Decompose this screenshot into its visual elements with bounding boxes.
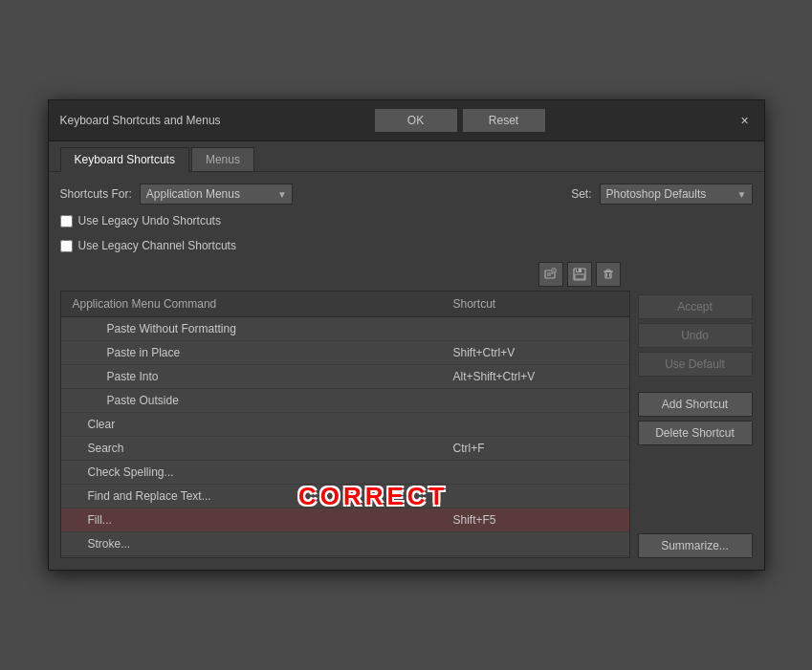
col-command: Application Menu Command bbox=[69, 295, 450, 313]
table-row[interactable]: Search Ctrl+F bbox=[61, 437, 629, 461]
set-label: Set: bbox=[571, 187, 591, 201]
accept-button[interactable]: Accept bbox=[638, 294, 753, 319]
shortcut-find-replace bbox=[450, 487, 622, 505]
summarize-button[interactable]: Summarize... bbox=[638, 533, 753, 558]
cmd-paste-without-formatting: Paste Without Formatting bbox=[69, 320, 450, 337]
add-shortcut-button[interactable]: Add Shortcut bbox=[638, 392, 753, 417]
delete-shortcut-button[interactable]: Delete Shortcut bbox=[638, 421, 753, 445]
table-row[interactable]: Paste Without Formatting bbox=[61, 317, 629, 341]
shortcuts-table: Application Menu Command Shortcut Paste … bbox=[60, 291, 630, 558]
close-button[interactable]: × bbox=[737, 113, 753, 128]
shortcut-stroke bbox=[450, 535, 622, 552]
shortcut-paste-into: Alt+Shift+Ctrl+V bbox=[450, 368, 622, 385]
cmd-clear: Clear bbox=[69, 416, 450, 433]
cmd-find-replace: Find and Replace Text... bbox=[69, 487, 450, 505]
set-select[interactable]: Photoshop Defaults Custom bbox=[600, 184, 753, 205]
svg-rect-9 bbox=[575, 274, 584, 279]
svg-rect-7 bbox=[576, 269, 582, 272]
dialog-title: Keyboard Shortcuts and Menus bbox=[60, 114, 221, 127]
cmd-stroke: Stroke... bbox=[69, 535, 450, 552]
svg-rect-14 bbox=[606, 270, 610, 271]
legacy-undo-checkbox[interactable] bbox=[60, 215, 73, 227]
shortcuts-for-label: Shortcuts For: bbox=[60, 187, 132, 201]
legacy-channel-checkbox[interactable] bbox=[60, 240, 73, 252]
shortcuts-for-select[interactable]: Application Menus Panel Menus Tools bbox=[140, 184, 293, 205]
title-bar: Keyboard Shortcuts and Menus OK Reset × bbox=[49, 100, 764, 141]
undo-button[interactable]: Undo bbox=[638, 323, 753, 348]
shortcut-paste-in-place: Shift+Ctrl+V bbox=[450, 344, 622, 361]
ok-button[interactable]: OK bbox=[374, 108, 458, 133]
svg-rect-11 bbox=[605, 271, 611, 278]
delete-set-icon-btn[interactable] bbox=[596, 262, 621, 287]
table-row[interactable]: Find and Replace Text... CORRECT bbox=[61, 485, 629, 508]
main-content: Shortcuts For: Application Menus Panel M… bbox=[49, 172, 764, 570]
shortcut-check-spelling bbox=[450, 464, 622, 481]
table-header: Application Menu Command Shortcut bbox=[61, 292, 629, 317]
svg-rect-8 bbox=[577, 269, 579, 271]
shortcut-clear bbox=[450, 416, 622, 433]
shortcut-search: Ctrl+F bbox=[450, 440, 622, 457]
table-row[interactable]: Paste in Place Shift+Ctrl+V bbox=[61, 341, 629, 365]
right-panel: Accept Undo Use Default Add Shortcut Del… bbox=[638, 262, 753, 558]
legacy-channel-row: Use Legacy Channel Shortcuts bbox=[60, 237, 753, 254]
main-dialog: Keyboard Shortcuts and Menus OK Reset × … bbox=[48, 99, 765, 571]
col-shortcut: Shortcut bbox=[450, 295, 622, 313]
use-default-button[interactable]: Use Default bbox=[638, 352, 753, 377]
shortcut-paste-outside bbox=[450, 392, 622, 409]
cmd-paste-in-place: Paste in Place bbox=[69, 344, 450, 361]
shortcut-fill: Shift+F5 bbox=[450, 511, 622, 529]
save-set-icon-btn[interactable] bbox=[567, 262, 592, 287]
tab-bar: Keyboard Shortcuts Menus bbox=[49, 141, 764, 172]
cmd-check-spelling: Check Spelling... bbox=[69, 464, 450, 481]
cmd-fill: Fill... bbox=[69, 511, 450, 529]
table-row[interactable]: Check Spelling... bbox=[61, 461, 629, 485]
legacy-undo-row: Use Legacy Undo Shortcuts bbox=[60, 212, 753, 229]
cmd-paste-into: Paste Into bbox=[69, 368, 450, 385]
cmd-paste-outside: Paste Outside bbox=[69, 392, 450, 409]
table-row[interactable]: Paste Outside bbox=[61, 389, 629, 413]
table-row-fill[interactable]: Fill... Shift+F5 bbox=[61, 508, 629, 532]
tab-menus[interactable]: Menus bbox=[191, 147, 254, 171]
new-set-icon-btn[interactable] bbox=[538, 262, 563, 287]
shortcuts-for-dropdown-wrapper: Application Menus Panel Menus Tools ▼ bbox=[140, 184, 293, 205]
legacy-channel-label: Use Legacy Channel Shortcuts bbox=[78, 239, 236, 252]
set-dropdown-wrapper: Photoshop Defaults Custom ▼ bbox=[600, 184, 753, 205]
cmd-search: Search bbox=[69, 440, 450, 457]
table-row[interactable]: Paste Into Alt+Shift+Ctrl+V bbox=[61, 365, 629, 389]
reset-button[interactable]: Reset bbox=[462, 108, 546, 133]
legacy-undo-label: Use Legacy Undo Shortcuts bbox=[78, 214, 221, 227]
shortcut-paste-without-formatting bbox=[450, 320, 622, 337]
table-row[interactable]: Stroke... bbox=[61, 532, 629, 556]
table-row[interactable]: Clear bbox=[61, 413, 629, 437]
tab-keyboard-shortcuts[interactable]: Keyboard Shortcuts bbox=[60, 147, 189, 172]
table-body[interactable]: Paste Without Formatting Paste in Place … bbox=[61, 317, 629, 556]
